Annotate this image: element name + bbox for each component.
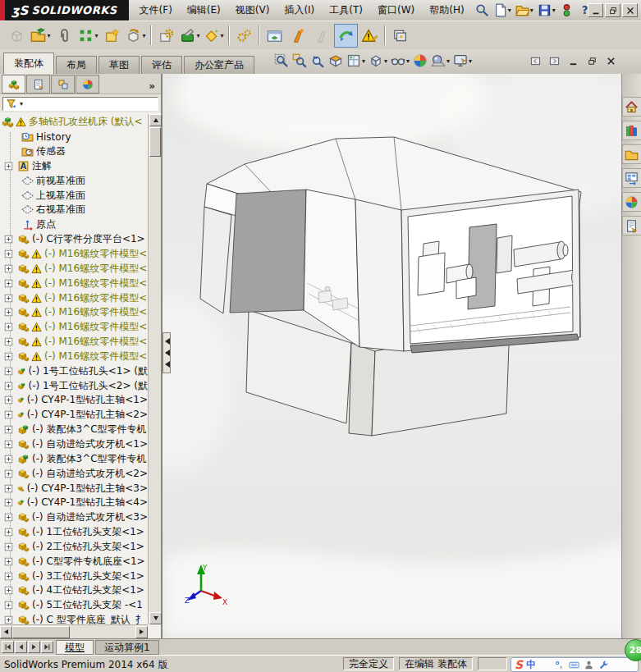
move-component-button[interactable]: ▾ [124,24,148,48]
panel-overflow-chevron[interactable]: » [144,80,159,94]
tree-item[interactable]: (-) M16螺纹零件模型< [0,261,148,276]
save-button[interactable]: ▾ [536,2,557,19]
tree-item[interactable]: (-) C行零件分度平台<1> [0,232,148,247]
expand-plus-icon[interactable] [4,528,13,537]
search-button[interactable] [474,2,491,19]
assembly-features-button[interactable] [154,24,178,48]
expand-plus-icon[interactable] [4,279,13,288]
tree-item[interactable]: (-) M16螺纹零件模型< [0,335,148,350]
view-orientation-button[interactable]: ▾ [346,53,366,69]
exploded-view-button[interactable] [286,24,310,48]
new-document-button[interactable]: ▾ [492,2,513,19]
tree-item[interactable]: (-) CY4P-1型钻孔主轴<4> [0,496,148,510]
tree-item[interactable]: (-) M16螺纹零件模型< [0,247,148,262]
tree-item[interactable]: (-) 4工位钻孔头支架<1> [0,583,148,598]
dropdown-arrow-icon[interactable]: ▾ [508,7,511,14]
expand-plus-icon[interactable] [4,572,13,581]
reference-geometry-button[interactable]: ▾ [202,24,226,48]
expand-plus-icon[interactable] [4,455,13,464]
magnified-selection-button[interactable] [309,53,326,69]
menu-1[interactable]: 文件(F) [132,0,180,21]
tree-filter-input[interactable]: ▾ [2,97,158,111]
featuremanager-tab[interactable] [2,75,25,94]
show-hidden-components-button[interactable] [263,24,286,48]
model-dark-panel[interactable] [230,190,306,313]
ime-keyboard-icon[interactable] [569,660,579,670]
zoom-to-fit-button[interactable] [273,53,290,69]
tree-item[interactable]: (-) 自动进给式攻牙机<1> [0,437,148,452]
command-tab-布局[interactable]: 布局 [56,56,97,74]
ime-mode-icon[interactable] [539,660,550,670]
expand-plus-icon[interactable] [4,395,13,405]
sheet-tab-模型[interactable]: 模型 [56,640,94,655]
expand-plus-icon[interactable] [4,498,13,507]
expand-plus-icon[interactable] [4,352,13,361]
tree-item[interactable]: (-) M16螺纹零件模型< [0,276,148,290]
expand-plus-icon[interactable] [4,264,13,273]
take-snapshot-button[interactable] [388,24,412,48]
prev-tab-button[interactable] [15,641,27,653]
command-tab-评估[interactable]: 评估 [141,56,182,74]
expand-plus-icon[interactable] [4,382,13,391]
scroll-thumb[interactable] [12,626,70,638]
apply-scene-button[interactable]: ▾ [430,53,451,69]
dropdown-arrow-icon[interactable]: ▾ [552,7,556,14]
menu-2[interactable]: 编辑(E) [180,0,228,21]
edit-component-button[interactable] [5,24,29,48]
dropdown-arrow-icon[interactable]: ▾ [47,32,50,39]
dropdown-arrow-icon[interactable]: ▾ [406,57,410,65]
propertymanager-tab[interactable] [26,75,50,94]
large-design-review-button[interactable] [334,24,358,48]
expand-plus-icon[interactable] [4,469,13,478]
expand-plus-icon[interactable] [4,249,13,258]
sheet-tab-运动算例1[interactable]: 运动算例1 [95,640,159,655]
doc-next-window-button[interactable] [547,55,561,67]
tree-item[interactable]: (-) C 型零件底座_默认_扌 [0,613,148,624]
appearances-scenes-tab[interactable] [622,192,641,212]
displaymanager-tab[interactable] [76,75,99,94]
expand-plus-icon[interactable] [4,615,13,624]
menu-3[interactable]: 视图(V) [228,0,277,21]
tree-item[interactable]: (-) M16螺纹零件模型< [0,350,148,364]
tree-item[interactable]: (-) 3工位钻孔头支架<1> [0,569,148,583]
expand-plus-icon[interactable] [4,542,13,551]
edit-appearance-button[interactable] [412,53,428,69]
close-button[interactable] [622,3,638,17]
expand-plus-icon[interactable] [4,601,13,610]
model-front-corner[interactable] [355,199,404,351]
doc-prev-window-button[interactable] [529,55,543,67]
view-palette-tab[interactable] [622,168,641,188]
tree-item[interactable]: (-) 自动进给式攻牙机<3> [0,510,148,525]
scroll-right-button[interactable] [135,626,148,638]
hide-show-items-button[interactable]: ▾ [390,53,410,69]
graphics-area[interactable]: Y Z X [163,74,641,638]
tree-item[interactable]: 右视基准面 [0,203,148,217]
tree-item[interactable]: (-) CY4P-1型钻孔主轴<3> [0,481,148,496]
menu-4[interactable]: 插入(I) [277,0,322,21]
tree-item[interactable]: (-) 装配体3^C型零件专机 [0,423,148,437]
dropdown-arrow-icon[interactable]: ▾ [446,57,450,65]
display-style-button[interactable]: ▾ [368,53,388,69]
tree-item[interactable]: (-) 2工位钻孔头支架<1> [0,539,148,554]
tree-item[interactable]: (-) 自动进给式攻牙机<2> [0,466,148,481]
insert-components-button[interactable]: ▾ [29,24,53,48]
expand-plus-icon[interactable] [4,322,13,331]
configurationmanager-tab[interactable] [51,75,75,94]
tree-item[interactable]: (-) M16螺纹零件模型< [0,290,148,305]
expand-plus-icon[interactable] [4,308,13,317]
doc-minimize-button[interactable] [566,55,580,67]
tree-item[interactable]: (-) M16螺纹零件模型< [0,320,148,335]
sogou-logo[interactable]: S [515,658,523,671]
expand-plus-icon[interactable] [4,557,13,566]
expand-plus-icon[interactable] [4,425,13,434]
explode-line-sketch-button[interactable] [310,24,334,48]
smart-fasteners-button[interactable] [100,24,124,48]
tree-item[interactable]: A注解 [0,159,148,174]
ime-tools-icon[interactable] [598,660,609,670]
solidworks-resources-tab[interactable] [622,97,641,117]
expand-plus-icon[interactable] [4,235,13,244]
first-tab-button[interactable] [2,641,14,653]
tree-item[interactable]: (-) 1号工位钻孔头<2> (默 [0,378,148,393]
panel-splitter-handle[interactable] [163,332,171,373]
dropdown-arrow-icon[interactable]: ▾ [469,57,472,65]
